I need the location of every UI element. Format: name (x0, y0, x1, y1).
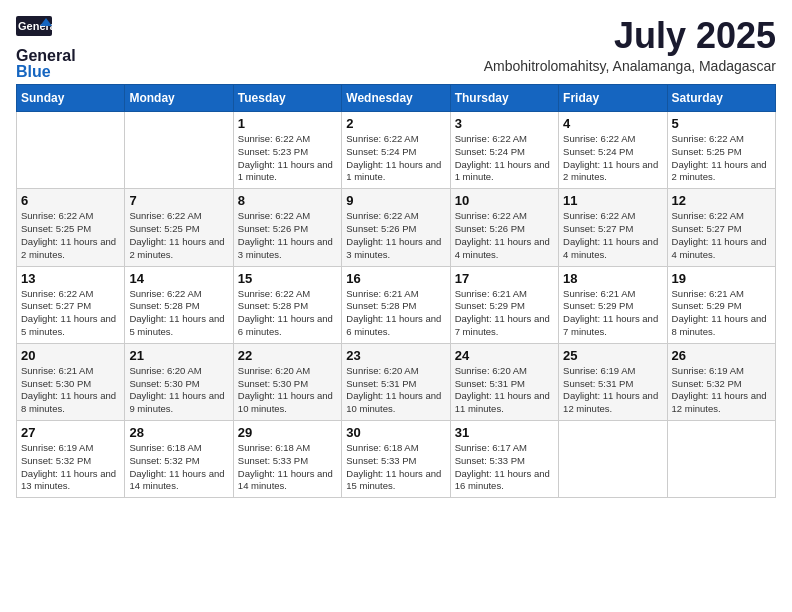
calendar-week-3: 13Sunrise: 6:22 AM Sunset: 5:27 PM Dayli… (17, 266, 776, 343)
day-info: Sunrise: 6:22 AM Sunset: 5:26 PM Dayligh… (455, 210, 554, 261)
calendar-week-4: 20Sunrise: 6:21 AM Sunset: 5:30 PM Dayli… (17, 343, 776, 420)
day-info: Sunrise: 6:22 AM Sunset: 5:25 PM Dayligh… (129, 210, 228, 261)
day-number: 3 (455, 116, 554, 131)
day-info: Sunrise: 6:17 AM Sunset: 5:33 PM Dayligh… (455, 442, 554, 493)
calendar-cell: 11Sunrise: 6:22 AM Sunset: 5:27 PM Dayli… (559, 189, 667, 266)
calendar-cell: 13Sunrise: 6:22 AM Sunset: 5:27 PM Dayli… (17, 266, 125, 343)
logo: General General Blue (16, 16, 76, 80)
day-number: 8 (238, 193, 337, 208)
day-info: Sunrise: 6:22 AM Sunset: 5:26 PM Dayligh… (346, 210, 445, 261)
day-number: 13 (21, 271, 120, 286)
day-number: 31 (455, 425, 554, 440)
day-info: Sunrise: 6:21 AM Sunset: 5:29 PM Dayligh… (672, 288, 771, 339)
calendar-cell: 19Sunrise: 6:21 AM Sunset: 5:29 PM Dayli… (667, 266, 775, 343)
calendar-week-1: 1Sunrise: 6:22 AM Sunset: 5:23 PM Daylig… (17, 112, 776, 189)
day-info: Sunrise: 6:20 AM Sunset: 5:30 PM Dayligh… (238, 365, 337, 416)
calendar-cell: 8Sunrise: 6:22 AM Sunset: 5:26 PM Daylig… (233, 189, 341, 266)
calendar-cell: 24Sunrise: 6:20 AM Sunset: 5:31 PM Dayli… (450, 343, 558, 420)
calendar-cell: 20Sunrise: 6:21 AM Sunset: 5:30 PM Dayli… (17, 343, 125, 420)
logo-general: General (16, 48, 76, 64)
month-title: July 2025 (484, 16, 776, 56)
day-number: 4 (563, 116, 662, 131)
day-number: 26 (672, 348, 771, 363)
col-header-thursday: Thursday (450, 85, 558, 112)
day-info: Sunrise: 6:22 AM Sunset: 5:24 PM Dayligh… (346, 133, 445, 184)
calendar-cell (559, 421, 667, 498)
col-header-monday: Monday (125, 85, 233, 112)
day-info: Sunrise: 6:22 AM Sunset: 5:27 PM Dayligh… (563, 210, 662, 261)
day-number: 9 (346, 193, 445, 208)
calendar-cell: 12Sunrise: 6:22 AM Sunset: 5:27 PM Dayli… (667, 189, 775, 266)
day-info: Sunrise: 6:18 AM Sunset: 5:33 PM Dayligh… (346, 442, 445, 493)
calendar-cell: 4Sunrise: 6:22 AM Sunset: 5:24 PM Daylig… (559, 112, 667, 189)
calendar-cell: 27Sunrise: 6:19 AM Sunset: 5:32 PM Dayli… (17, 421, 125, 498)
day-info: Sunrise: 6:18 AM Sunset: 5:32 PM Dayligh… (129, 442, 228, 493)
calendar-header-row: SundayMondayTuesdayWednesdayThursdayFrid… (17, 85, 776, 112)
col-header-sunday: Sunday (17, 85, 125, 112)
calendar-cell: 22Sunrise: 6:20 AM Sunset: 5:30 PM Dayli… (233, 343, 341, 420)
calendar-cell: 5Sunrise: 6:22 AM Sunset: 5:25 PM Daylig… (667, 112, 775, 189)
calendar-cell (17, 112, 125, 189)
day-info: Sunrise: 6:22 AM Sunset: 5:28 PM Dayligh… (238, 288, 337, 339)
day-info: Sunrise: 6:22 AM Sunset: 5:23 PM Dayligh… (238, 133, 337, 184)
day-info: Sunrise: 6:19 AM Sunset: 5:31 PM Dayligh… (563, 365, 662, 416)
calendar-cell: 28Sunrise: 6:18 AM Sunset: 5:32 PM Dayli… (125, 421, 233, 498)
day-number: 21 (129, 348, 228, 363)
day-number: 16 (346, 271, 445, 286)
calendar-cell: 1Sunrise: 6:22 AM Sunset: 5:23 PM Daylig… (233, 112, 341, 189)
day-number: 22 (238, 348, 337, 363)
calendar-cell: 29Sunrise: 6:18 AM Sunset: 5:33 PM Dayli… (233, 421, 341, 498)
day-number: 10 (455, 193, 554, 208)
day-info: Sunrise: 6:21 AM Sunset: 5:29 PM Dayligh… (455, 288, 554, 339)
calendar-cell: 23Sunrise: 6:20 AM Sunset: 5:31 PM Dayli… (342, 343, 450, 420)
day-info: Sunrise: 6:22 AM Sunset: 5:24 PM Dayligh… (563, 133, 662, 184)
day-number: 12 (672, 193, 771, 208)
day-info: Sunrise: 6:22 AM Sunset: 5:25 PM Dayligh… (672, 133, 771, 184)
day-number: 14 (129, 271, 228, 286)
calendar-cell: 30Sunrise: 6:18 AM Sunset: 5:33 PM Dayli… (342, 421, 450, 498)
calendar-cell: 16Sunrise: 6:21 AM Sunset: 5:28 PM Dayli… (342, 266, 450, 343)
day-number: 2 (346, 116, 445, 131)
day-number: 5 (672, 116, 771, 131)
logo-icon: General (16, 16, 52, 46)
day-info: Sunrise: 6:21 AM Sunset: 5:30 PM Dayligh… (21, 365, 120, 416)
calendar-cell: 10Sunrise: 6:22 AM Sunset: 5:26 PM Dayli… (450, 189, 558, 266)
calendar-cell: 21Sunrise: 6:20 AM Sunset: 5:30 PM Dayli… (125, 343, 233, 420)
day-number: 7 (129, 193, 228, 208)
day-number: 15 (238, 271, 337, 286)
calendar-cell: 6Sunrise: 6:22 AM Sunset: 5:25 PM Daylig… (17, 189, 125, 266)
day-info: Sunrise: 6:20 AM Sunset: 5:30 PM Dayligh… (129, 365, 228, 416)
day-info: Sunrise: 6:22 AM Sunset: 5:28 PM Dayligh… (129, 288, 228, 339)
day-number: 18 (563, 271, 662, 286)
page-header: General General Blue July 2025 Ambohitro… (16, 16, 776, 80)
day-number: 27 (21, 425, 120, 440)
location-subtitle: Ambohitrolomahitsy, Analamanga, Madagasc… (484, 58, 776, 74)
day-number: 23 (346, 348, 445, 363)
calendar-week-2: 6Sunrise: 6:22 AM Sunset: 5:25 PM Daylig… (17, 189, 776, 266)
day-number: 1 (238, 116, 337, 131)
calendar-cell: 25Sunrise: 6:19 AM Sunset: 5:31 PM Dayli… (559, 343, 667, 420)
calendar-cell: 17Sunrise: 6:21 AM Sunset: 5:29 PM Dayli… (450, 266, 558, 343)
calendar-cell: 2Sunrise: 6:22 AM Sunset: 5:24 PM Daylig… (342, 112, 450, 189)
day-number: 29 (238, 425, 337, 440)
calendar-table: SundayMondayTuesdayWednesdayThursdayFrid… (16, 84, 776, 498)
day-info: Sunrise: 6:22 AM Sunset: 5:25 PM Dayligh… (21, 210, 120, 261)
calendar-cell (125, 112, 233, 189)
calendar-cell: 18Sunrise: 6:21 AM Sunset: 5:29 PM Dayli… (559, 266, 667, 343)
day-info: Sunrise: 6:21 AM Sunset: 5:29 PM Dayligh… (563, 288, 662, 339)
day-number: 25 (563, 348, 662, 363)
day-number: 20 (21, 348, 120, 363)
col-header-wednesday: Wednesday (342, 85, 450, 112)
day-info: Sunrise: 6:18 AM Sunset: 5:33 PM Dayligh… (238, 442, 337, 493)
day-info: Sunrise: 6:22 AM Sunset: 5:27 PM Dayligh… (672, 210, 771, 261)
day-number: 28 (129, 425, 228, 440)
day-number: 6 (21, 193, 120, 208)
calendar-week-5: 27Sunrise: 6:19 AM Sunset: 5:32 PM Dayli… (17, 421, 776, 498)
calendar-cell: 31Sunrise: 6:17 AM Sunset: 5:33 PM Dayli… (450, 421, 558, 498)
day-info: Sunrise: 6:22 AM Sunset: 5:27 PM Dayligh… (21, 288, 120, 339)
calendar-cell (667, 421, 775, 498)
day-number: 17 (455, 271, 554, 286)
day-info: Sunrise: 6:20 AM Sunset: 5:31 PM Dayligh… (346, 365, 445, 416)
calendar-cell: 3Sunrise: 6:22 AM Sunset: 5:24 PM Daylig… (450, 112, 558, 189)
col-header-tuesday: Tuesday (233, 85, 341, 112)
